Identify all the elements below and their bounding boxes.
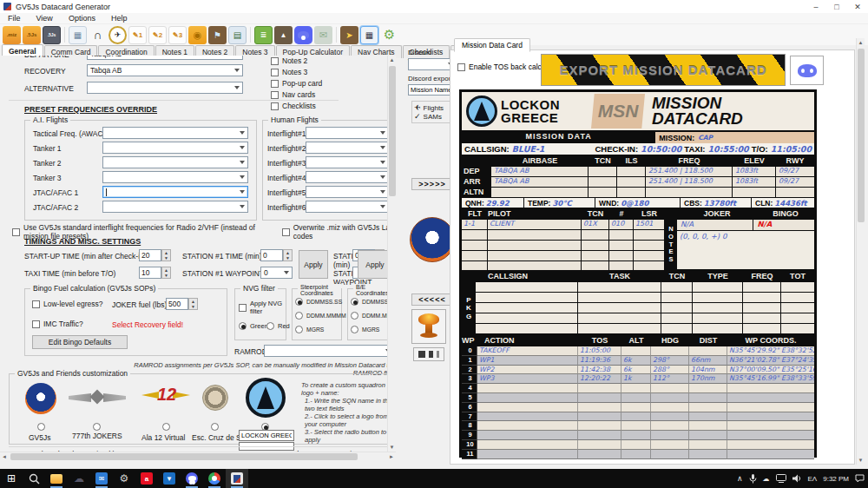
interflight5-combo[interactable] [306,186,389,198]
popup-calculator-button[interactable]: ◉ [188,26,207,44]
joker-fuel-spinner[interactable]: 500▲▼ [166,298,198,310]
chrome-button[interactable] [203,469,226,488]
squadron-radio-gv5js[interactable] [37,423,45,431]
checklists-button[interactable]: ▤ [228,26,247,44]
menu-options[interactable]: Options [61,14,103,23]
settings-button[interactable]: ⚙ [380,26,398,44]
spinner-arrows-icon[interactable]: ▲▼ [188,298,198,310]
jtac1-combo[interactable] [102,186,248,198]
tanker3-combo[interactable] [102,171,248,183]
sams-toggle[interactable]: ✓SAMs [414,112,450,121]
comm-card-button[interactable]: ▦ [69,26,87,44]
steerpoint-ddmmss-radio[interactable]: DDMMSS.SS [295,298,342,306]
discord-export-button[interactable] [790,56,824,85]
lowlevel-egress-checkbox[interactable]: Low-level egress? [32,300,103,308]
st1-time-spinner[interactable]: 0▲▼ [260,249,293,261]
left-panel-vscrollbar[interactable]: ▲ ▼ [387,56,396,452]
st1-waypoint-combo[interactable]: 0 [260,267,293,279]
taxi-time-spinner[interactable]: 10▲▼ [139,267,171,279]
kneeboard-file-button[interactable]: ≣ [254,26,273,44]
startup-time-spinner[interactable]: 20▲▼ [139,249,171,261]
close-button[interactable]: ✕ [847,0,868,13]
microphone-icon[interactable] [749,474,757,484]
interflight2-combo[interactable] [306,142,389,154]
nav-charts-button[interactable]: ⚑ [208,26,227,44]
spinner-arrows-icon[interactable]: ▲▼ [283,249,293,261]
notes1-button[interactable]: ✎1 [128,26,147,44]
notes3-button[interactable]: ✎3 [168,26,187,44]
mail-button[interactable]: ✉ [90,469,113,488]
nvg-green-radio[interactable]: Green [239,322,268,330]
clock[interactable]: 9:32 PM [823,475,849,483]
ramrod-combo[interactable] [264,345,394,357]
jtac2-combo[interactable] [102,201,248,213]
image-export-button[interactable]: ▲ [274,26,293,44]
export-kneeboards-button[interactable]: ➤ [340,26,358,44]
spinner-arrows-icon[interactable]: ▲▼ [161,267,171,279]
onedrive-button[interactable]: ☁ [68,469,90,488]
datacard-app-button[interactable] [226,469,248,488]
squadron-radio-ala12[interactable] [162,423,170,431]
recovery-combo[interactable]: Tabqa AB [87,64,243,76]
security-app-button[interactable]: ▼ [158,469,181,488]
left-panel-hscrollbar[interactable]: ◄ ► [0,452,396,460]
card-include-checkbox[interactable]: Notes 3 [271,68,322,76]
custom-squadron-name-input[interactable] [239,430,294,441]
nvg-red-radio[interactable]: Red [266,322,290,330]
volume-icon[interactable] [792,474,802,483]
menu-view[interactable]: View [29,14,61,23]
discord-app-button[interactable] [181,469,203,488]
tanker2-combo[interactable] [102,156,248,168]
right-panel-vscrollbar[interactable]: ▲ ▼ [856,38,865,465]
search-button[interactable] [23,469,45,488]
save-5js-button[interactable]: .5Js [43,26,61,44]
steerpoint-mgrs-radio[interactable]: MGRS [295,326,324,333]
card-include-checkbox[interactable]: Pop-up card [271,79,322,88]
display-icon[interactable] [776,474,786,483]
tanker1-combo[interactable] [102,142,248,154]
notes2-button[interactable]: ✎2 [148,26,167,44]
menu-help[interactable]: Help [103,14,135,23]
laser-codes-checkbox[interactable]: Overwrite .miz with GV5Js Laser codes [282,223,396,241]
menu-file[interactable]: File [0,14,29,23]
interflight6-combo[interactable] [306,201,389,213]
alternative-combo[interactable] [87,82,243,94]
language-indicator[interactable]: EΛ [808,475,818,483]
headset-button[interactable]: ∩ [89,26,107,44]
flights-toggle[interactable]: ✈Flights [414,103,450,112]
tactical-freq-combo[interactable] [102,127,248,139]
be-mgrs-radio[interactable]: MGRS [351,326,379,333]
steerpoint-ddmm-radio[interactable]: DDMM.MMMM [295,312,346,320]
open-5js-button[interactable]: .5Js [23,26,41,44]
push-right-button[interactable]: >>>>> [411,178,453,190]
open-miz-button[interactable]: .miz [3,26,21,44]
settings-button[interactable]: ⚙ [113,469,135,488]
file-explorer-button[interactable] [45,469,68,488]
interflight4-combo[interactable] [306,171,389,183]
tab-mission-data-card[interactable]: Mission Data Card [454,38,530,52]
push-left-button[interactable]: <<<<< [411,293,453,306]
discord-toolbar-button[interactable] [294,26,312,44]
minimize-button[interactable]: – [806,0,826,13]
hidden-icons-chevron[interactable]: ∧ [737,474,743,483]
card-include-checkbox[interactable]: Nav cards [271,90,322,99]
export-mission-datacard-button[interactable]: EXPORT MISSION DATACARD [541,54,786,86]
nuke-button[interactable] [411,309,446,344]
mail-button[interactable]: ✉ [314,26,332,44]
card-include-checkbox[interactable]: Notes 2 [271,56,322,65]
start-button[interactable]: ⊞ [0,469,23,488]
maximize-button[interactable]: □ [826,0,847,13]
squadron-radio-jokers[interactable] [93,423,101,431]
interflight3-combo[interactable] [306,156,389,168]
edit-bingo-defaults-button[interactable]: Edit Bingo Defaults [32,335,128,349]
adobe-app-button[interactable]: a [135,469,158,488]
onedrive-tray-icon[interactable]: ☁ [763,475,770,483]
action-center-icon[interactable] [855,474,865,483]
squadron-radio-cruz[interactable] [211,423,219,431]
datacard-view-button[interactable]: ▦ [360,26,378,44]
card-include-checkbox[interactable]: Checklists [271,102,322,110]
coordination-button[interactable]: ✈ [108,26,127,44]
interflight1-combo[interactable] [306,127,389,139]
station1-apply-button[interactable]: Apply [299,250,328,279]
departure-combo[interactable]: Tabqa AB [87,56,243,60]
